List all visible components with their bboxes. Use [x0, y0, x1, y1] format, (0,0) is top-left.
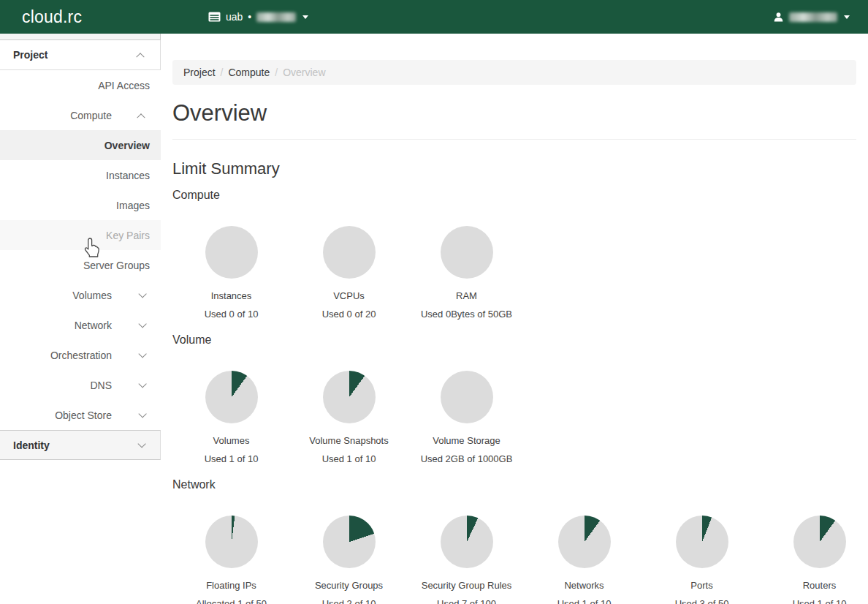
pie-label: Routers [761, 580, 868, 591]
list-icon [208, 12, 221, 22]
pie-usage: Used 3 of 50 [643, 598, 761, 604]
volume-chart-row: Volumes Used 1 of 10 Volume Snapshots Us… [172, 347, 856, 464]
sidebar-item-label: Images [116, 200, 150, 211]
pie-chart-vcpus [323, 226, 376, 279]
sidebar-item-api-access[interactable]: API Access [0, 70, 161, 100]
section-title-volume: Volume [172, 333, 856, 347]
quota-chart-ram: RAM Used 0Bytes of 50GB [408, 202, 525, 320]
org-label: uab [226, 11, 243, 23]
user-icon [773, 12, 784, 23]
breadcrumb: Project/Compute/Overview [172, 60, 856, 85]
sidebar-item-label: API Access [98, 80, 150, 91]
sidebar-group-object-store[interactable]: Object Store [0, 400, 161, 430]
context-separator: • [248, 11, 251, 23]
top-navbar: cloud.rc uab • [0, 0, 868, 34]
network-chart-row: Floating IPs Allocated 1 of 50 Security … [172, 491, 856, 604]
pie-usage: Used 0Bytes of 50GB [408, 309, 525, 320]
quota-chart-security-groups: Security Groups Used 2 of 10 [290, 491, 408, 604]
chevron-down-icon [138, 409, 146, 418]
caret-down-icon [302, 15, 308, 19]
sidebar-section-label: Project [13, 49, 47, 61]
pie-usage: Allocated 1 of 50 [172, 598, 290, 604]
breadcrumb-separator: / [216, 67, 229, 78]
pie-label: Security Groups [290, 580, 408, 591]
pie-chart-security-group-rules [441, 516, 493, 568]
quota-chart-floating-ips: Floating IPs Allocated 1 of 50 [172, 491, 290, 604]
brand-logo[interactable]: cloud.rc [22, 7, 82, 27]
quota-chart-volume-snapshots: Volume Snapshots Used 1 of 10 [290, 347, 408, 464]
sidebar-item-key-pairs[interactable]: Key Pairs [0, 220, 161, 250]
pie-chart-security-groups [323, 516, 376, 568]
pie-label: Volume Snapshots [290, 435, 408, 446]
chevron-up-icon [137, 113, 145, 121]
sidebar-group-label: Orchestration [50, 350, 112, 361]
pie-label: VCPUs [290, 290, 408, 301]
compute-chart-row: Instances Used 0 of 10 VCPUs Used 0 of 2… [172, 202, 856, 320]
pie-label: Ports [643, 580, 761, 591]
quota-chart-security-group-rules: Security Group Rules Used 7 of 100 [408, 491, 525, 604]
chevron-up-icon [136, 53, 144, 61]
sidebar-section-identity[interactable]: Identity [0, 430, 161, 460]
pie-label: RAM [408, 290, 525, 301]
quota-chart-volumes: Volumes Used 1 of 10 [172, 347, 290, 464]
pie-usage: Used 0 of 20 [290, 309, 408, 320]
sidebar-group-label: Volumes [72, 290, 112, 301]
quota-chart-networks: Networks Used 1 of 10 [525, 491, 643, 604]
pie-chart-ports [676, 516, 728, 568]
breadcrumb-compute[interactable]: Compute [228, 67, 270, 78]
project-switcher-dropdown[interactable]: uab • [208, 0, 308, 34]
sidebar-nav: Project API Access Compute Overview Inst… [0, 34, 161, 604]
breadcrumb-separator: / [270, 67, 283, 78]
pie-label: Volumes [172, 435, 290, 446]
sidebar-group-network[interactable]: Network [0, 310, 161, 340]
chevron-down-icon [138, 350, 146, 358]
sidebar-item-server-groups[interactable]: Server Groups [0, 250, 161, 280]
sidebar-item-label: Overview [104, 140, 150, 151]
quota-chart-ports: Ports Used 3 of 50 [643, 491, 761, 604]
sidebar-group-compute[interactable]: Compute [0, 100, 161, 130]
pie-usage: Used 1 of 10 [525, 598, 643, 604]
sidebar-group-volumes[interactable]: Volumes [0, 280, 161, 310]
breadcrumb-current: Overview [283, 67, 325, 78]
sidebar-group-label: Network [75, 320, 112, 331]
pie-usage: Used 7 of 100 [408, 598, 525, 604]
username-masked [789, 12, 837, 22]
sidebar-group-dns[interactable]: DNS [0, 370, 161, 400]
pie-label: Networks [525, 580, 643, 591]
pie-chart-volume-snapshots [323, 371, 376, 423]
section-title-compute: Compute [172, 189, 856, 202]
pie-chart-ram [441, 226, 493, 279]
pie-usage: Used 2 of 10 [290, 598, 408, 604]
sidebar-section-project[interactable]: Project [0, 40, 161, 70]
pie-usage: Used 0 of 10 [172, 309, 290, 320]
pie-usage: Used 1 of 10 [290, 453, 408, 464]
quota-chart-volume-storage: Volume Storage Used 2GB of 1000GB [408, 347, 525, 464]
sidebar-group-orchestration[interactable]: Orchestration [0, 340, 161, 370]
pie-usage: Used 2GB of 1000GB [408, 453, 525, 464]
chevron-down-icon [137, 439, 145, 448]
quota-chart-instances: Instances Used 0 of 10 [172, 202, 290, 320]
sidebar-item-label: Key Pairs [106, 230, 150, 241]
sidebar-item-overview[interactable]: Overview [0, 130, 161, 160]
pie-chart-networks [558, 516, 611, 568]
sidebar-group-label: Compute [70, 110, 112, 121]
chevron-down-icon [138, 380, 146, 388]
page-title: Overview [172, 100, 856, 127]
pie-label: Volume Storage [408, 435, 525, 446]
pie-chart-volumes [205, 371, 258, 423]
sidebar-item-label: Instances [106, 170, 150, 181]
chevron-down-icon [138, 320, 146, 328]
pie-label: Security Group Rules [408, 580, 525, 591]
pie-usage: Used 1 of 10 [172, 453, 290, 464]
pie-chart-floating-ips [205, 516, 258, 568]
sidebar-section-label: Identity [13, 439, 50, 451]
pie-usage: Used 1 of 10 [761, 598, 868, 604]
user-menu-dropdown[interactable] [773, 12, 850, 23]
pie-label: Instances [172, 290, 290, 301]
breadcrumb-project[interactable]: Project [183, 67, 216, 78]
sidebar-item-instances[interactable]: Instances [0, 160, 161, 190]
sidebar-item-images[interactable]: Images [0, 190, 161, 220]
pie-chart-routers [793, 516, 846, 568]
limit-summary-title: Limit Summary [172, 159, 856, 178]
project-name-masked [256, 12, 296, 22]
